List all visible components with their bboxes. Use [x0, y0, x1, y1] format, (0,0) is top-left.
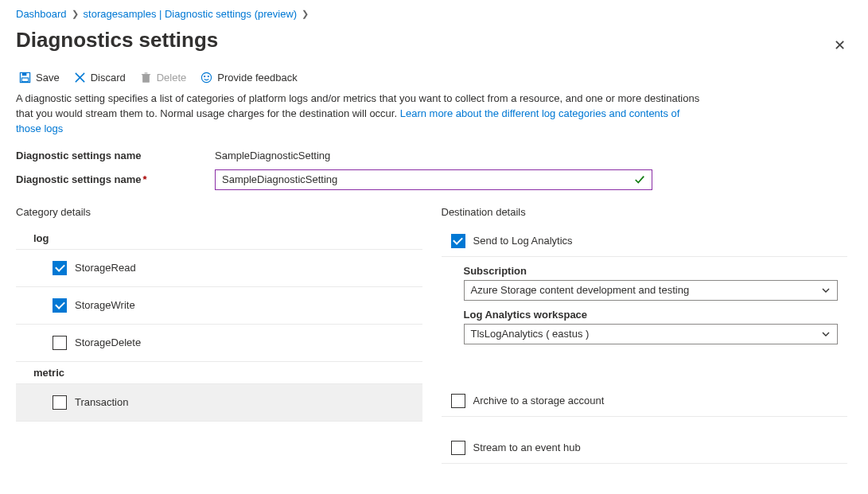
- metric-transaction-row[interactable]: Transaction: [16, 384, 422, 422]
- destination-details-header: Destination details: [442, 206, 848, 218]
- name-readonly-row: Diagnostic settings name SampleDiagnosti…: [16, 150, 847, 161]
- log-storageread-label: StorageRead: [75, 262, 136, 274]
- checkbox-storagedelete[interactable]: [53, 336, 67, 350]
- svg-point-9: [204, 76, 205, 77]
- destination-details-column: Destination details Send to Log Analytic…: [442, 206, 848, 464]
- chevron-right-icon: ❯: [72, 9, 79, 19]
- save-label: Save: [36, 72, 60, 84]
- checkbox-stream[interactable]: [451, 441, 465, 455]
- workspace-value: TlsLogAnalytics ( eastus ): [471, 328, 590, 340]
- workspace-select[interactable]: TlsLogAnalytics ( eastus ): [464, 324, 838, 344]
- breadcrumb-resource[interactable]: storagesamples | Diagnostic settings (pr…: [84, 8, 298, 20]
- dest-archive-row[interactable]: Archive to a storage account: [442, 387, 848, 417]
- feedback-button[interactable]: Provide feedback: [200, 72, 297, 84]
- save-icon: [19, 72, 31, 84]
- description: A diagnostic setting specifies a list of…: [16, 91, 700, 137]
- checkbox-archive[interactable]: [451, 394, 465, 408]
- metric-transaction-label: Transaction: [75, 396, 128, 408]
- toolbar: Save Discard Delete Provide feedback: [16, 68, 847, 91]
- name-input-value: SampleDiagnosticSetting: [222, 173, 337, 185]
- dest-log-analytics-label: Send to Log Analytics: [473, 235, 573, 247]
- log-storageread-row[interactable]: StorageRead: [16, 250, 422, 287]
- category-details-header: Category details: [16, 206, 422, 218]
- close-icon: [74, 72, 86, 84]
- breadcrumb: Dashboard ❯ storagesamples | Diagnostic …: [16, 6, 847, 20]
- name-readonly-value: SampleDiagnosticSetting: [215, 150, 330, 161]
- svg-rect-5: [142, 75, 149, 82]
- discard-label: Discard: [91, 72, 126, 84]
- subscription-label: Subscription: [464, 265, 848, 277]
- dest-stream-label: Stream to an event hub: [473, 441, 581, 453]
- category-details-column: Category details log StorageRead Storage…: [16, 206, 422, 464]
- breadcrumb-dashboard[interactable]: Dashboard: [16, 8, 67, 20]
- subscription-select[interactable]: Azure Storage content development and te…: [464, 280, 838, 301]
- name-readonly-label: Diagnostic settings name: [16, 150, 215, 161]
- name-input-label: Diagnostic settings name*: [16, 173, 215, 185]
- required-asterisk: *: [142, 173, 146, 185]
- close-button[interactable]: ✕: [834, 37, 846, 54]
- chevron-down-icon: [821, 286, 831, 295]
- chevron-right-icon: ❯: [302, 9, 309, 19]
- metric-group-label: metric: [16, 362, 422, 384]
- workspace-label: Log Analytics workspace: [464, 309, 848, 321]
- svg-rect-1: [22, 72, 27, 76]
- log-group-label: log: [16, 228, 422, 250]
- name-input[interactable]: SampleDiagnosticSetting: [215, 169, 652, 190]
- log-storagedelete-row[interactable]: StorageDelete: [16, 325, 422, 362]
- dest-archive-label: Archive to a storage account: [473, 395, 605, 406]
- log-analytics-nested: Subscription Azure Storage content devel…: [442, 265, 848, 344]
- delete-button: Delete: [140, 72, 187, 84]
- subscription-value: Azure Storage content development and te…: [471, 284, 690, 296]
- checkbox-storageread[interactable]: [53, 261, 67, 275]
- trash-icon: [140, 72, 152, 84]
- delete-label: Delete: [157, 72, 187, 84]
- discard-button[interactable]: Discard: [74, 72, 126, 84]
- feedback-label: Provide feedback: [217, 72, 297, 84]
- log-storagewrite-row[interactable]: StorageWrite: [16, 287, 422, 325]
- page-title: Diagnostics settings: [16, 28, 847, 53]
- checkbox-storagewrite[interactable]: [53, 298, 67, 313]
- svg-rect-2: [21, 78, 28, 82]
- check-icon: [634, 174, 645, 185]
- save-button[interactable]: Save: [19, 72, 60, 84]
- dest-stream-row[interactable]: Stream to an event hub: [442, 434, 848, 464]
- smiley-icon: [200, 72, 212, 84]
- name-input-row: Diagnostic settings name* SampleDiagnost…: [16, 169, 847, 190]
- chevron-down-icon: [821, 329, 831, 339]
- checkbox-log-analytics[interactable]: [451, 234, 465, 248]
- dest-log-analytics-row[interactable]: Send to Log Analytics: [442, 228, 848, 257]
- log-storagedelete-label: StorageDelete: [75, 336, 141, 348]
- checkbox-transaction[interactable]: [53, 395, 67, 410]
- svg-point-8: [202, 72, 212, 82]
- log-storagewrite-label: StorageWrite: [75, 299, 135, 311]
- svg-point-10: [208, 76, 209, 77]
